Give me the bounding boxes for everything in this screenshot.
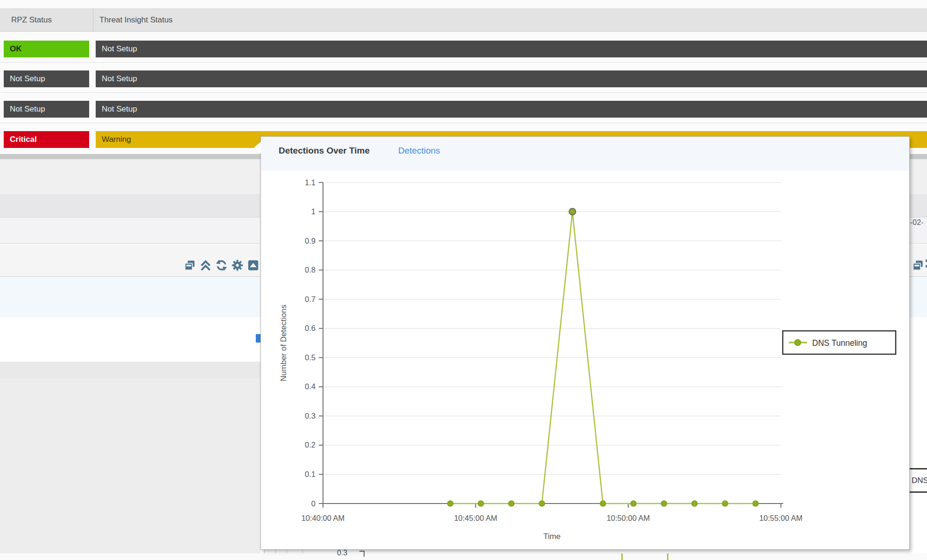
svg-text:1: 1 xyxy=(311,207,316,216)
svg-text:0: 0 xyxy=(311,499,316,508)
svg-text:0.8: 0.8 xyxy=(305,266,316,274)
dashboard-screen: RPZ Status Threat Insight Status OK Not … xyxy=(0,0,927,560)
svg-text:DNS Tunneling: DNS Tunneling xyxy=(812,338,867,348)
partial-series-fragment xyxy=(621,553,623,560)
background-row xyxy=(0,362,260,379)
svg-text:0.3: 0.3 xyxy=(305,412,316,420)
svg-text:0.1: 0.1 xyxy=(305,470,316,478)
rpz-status-badge[interactable]: OK xyxy=(4,41,89,57)
data-point[interactable] xyxy=(539,501,545,506)
data-point[interactable] xyxy=(600,501,606,506)
svg-text:1.1: 1.1 xyxy=(305,178,316,187)
data-point[interactable] xyxy=(569,209,576,215)
row-divider xyxy=(0,123,927,123)
svg-text:0.4: 0.4 xyxy=(305,382,316,391)
threat-insight-status-badge[interactable]: Not Setup xyxy=(96,101,927,118)
popup-header: Detections Over Time Detections xyxy=(261,137,909,171)
rpz-status-badge[interactable]: Not Setup xyxy=(4,70,89,87)
widget-toolbar-fragment xyxy=(911,257,924,273)
svg-text:10:55:00 AM: 10:55:00 AM xyxy=(759,514,803,522)
column-divider xyxy=(93,9,93,31)
status-table-header: RPZ Status Threat Insight Status xyxy=(0,8,927,32)
row-divider xyxy=(0,62,927,63)
svg-text:10:40:00 AM: 10:40:00 AM xyxy=(302,514,345,522)
column-header-rpz-status: RPZ Status xyxy=(11,9,52,31)
svg-text:0.5: 0.5 xyxy=(305,353,316,362)
data-point[interactable] xyxy=(661,501,667,506)
collapse-up-icon[interactable] xyxy=(199,257,212,273)
partial-date-text: -02- xyxy=(910,217,923,228)
detections-link[interactable]: Detections xyxy=(398,137,440,165)
y-axis-title: Number of Detections xyxy=(279,305,288,381)
popup-title: Detections Over Time xyxy=(279,137,370,165)
data-point[interactable] xyxy=(722,501,728,506)
partial-axis-tick xyxy=(359,551,365,557)
settings-icon[interactable] xyxy=(231,257,244,273)
widget-toolbar xyxy=(183,257,260,273)
rpz-status-badge[interactable]: Not Setup xyxy=(4,101,89,118)
svg-text:0.7: 0.7 xyxy=(305,295,316,303)
background-chart-sliver xyxy=(260,549,909,553)
data-point[interactable] xyxy=(753,501,758,506)
threat-insight-status-badge[interactable]: Not Setup xyxy=(96,41,927,57)
popup-callout-tail xyxy=(254,141,261,154)
background-panel xyxy=(0,379,260,553)
detections-popup: Detections Over Time Detections 00.10.20… xyxy=(260,136,910,550)
copy-icon[interactable] xyxy=(911,257,924,273)
chart-legend[interactable]: DNS Tunneling xyxy=(783,331,896,354)
detections-line-chart: 00.10.20.30.40.50.60.70.80.911.110:40:00… xyxy=(261,171,909,549)
partial-axis-tick-label: 0.3 xyxy=(337,549,347,557)
scroll-to-top-icon[interactable] xyxy=(246,257,260,273)
svg-text:0.2: 0.2 xyxy=(305,441,316,449)
background-chart-area xyxy=(909,317,927,553)
svg-text:0.6: 0.6 xyxy=(305,324,316,332)
data-point[interactable] xyxy=(478,501,484,506)
svg-text:10:50:00 AM: 10:50:00 AM xyxy=(607,514,650,522)
data-point[interactable] xyxy=(448,501,453,506)
background-row xyxy=(0,317,260,362)
data-point[interactable] xyxy=(509,501,514,506)
bottom-strip xyxy=(0,553,927,560)
data-point[interactable] xyxy=(692,501,697,506)
svg-text:10:45:00 AM: 10:45:00 AM xyxy=(454,514,498,522)
svg-text:0.9: 0.9 xyxy=(305,237,316,245)
column-header-threat-insight-status: Threat Insight Status xyxy=(99,9,173,31)
copy-icon[interactable] xyxy=(183,257,196,273)
threat-insight-status-badge[interactable]: Not Setup xyxy=(96,70,927,87)
partial-series-fragment xyxy=(667,553,668,560)
rpz-status-badge[interactable]: Critical xyxy=(4,131,89,148)
refresh-icon[interactable] xyxy=(215,257,228,273)
data-point[interactable] xyxy=(631,501,636,506)
x-axis-title: Time xyxy=(543,532,561,541)
row-divider xyxy=(0,92,927,93)
